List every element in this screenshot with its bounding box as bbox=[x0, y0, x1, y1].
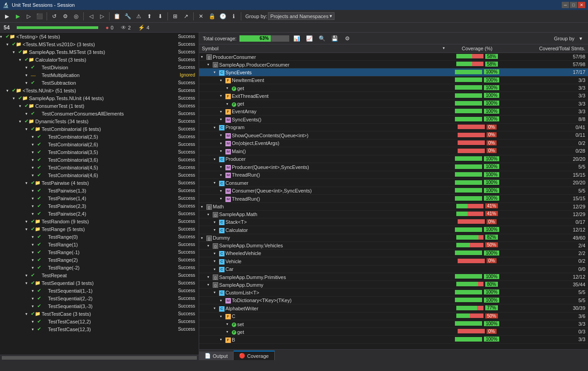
settings-button[interactable]: ⚙ bbox=[60, 11, 70, 21]
cov-expand-icon[interactable]: ▾ bbox=[220, 133, 225, 137]
coverage-row[interactable]: ▾ F EventArray 100% 3/3 bbox=[199, 107, 588, 116]
test-tree-row[interactable]: ▾✔TestCombinatorial(4,5)Success bbox=[0, 164, 199, 171]
lock-button[interactable]: 🔒 bbox=[207, 11, 217, 21]
cov-expand-icon[interactable]: ▾ bbox=[207, 244, 212, 248]
coverage-row[interactable]: ▾ {} Dummy 82% 49/60 bbox=[199, 234, 588, 241]
grid-button[interactable]: ⊞ bbox=[170, 11, 180, 21]
test-tree-row[interactable]: ▾✔TestSequential(2,-2)Success bbox=[0, 294, 199, 302]
h-scroll-thumb[interactable] bbox=[2, 356, 197, 360]
maximize-button[interactable]: □ bbox=[570, 2, 577, 8]
test-tree-row[interactable]: ▾✔TestPairwise(1,3)Success bbox=[0, 187, 199, 194]
expand-icon[interactable]: ▾ bbox=[32, 150, 37, 154]
cov-expand-icon[interactable]: ▾ bbox=[220, 337, 225, 342]
coverage-row[interactable]: ▾ {} SampleApp.ProducerConsumer 58% 57/9… bbox=[199, 61, 588, 68]
cov-expand-icon[interactable]: ▾ bbox=[220, 141, 225, 145]
cov-expand-icon[interactable]: ▾ bbox=[220, 94, 225, 98]
coverage-row[interactable]: ▾ C Program 0% 0/41 bbox=[199, 123, 588, 131]
run-all-button[interactable]: ▶ bbox=[2, 11, 12, 21]
test-tree-row[interactable]: ▾✔TestSequential(1,-1)Success bbox=[0, 287, 199, 294]
cov-expand-icon[interactable]: ▾ bbox=[207, 283, 212, 287]
expand-icon[interactable]: ▾ bbox=[32, 319, 37, 324]
cov-expand-icon[interactable]: ▾ bbox=[220, 299, 225, 303]
tool5[interactable]: ⬇ bbox=[155, 11, 165, 21]
cov-expand-icon[interactable]: ▾ bbox=[220, 189, 225, 193]
symbol-header[interactable]: Symbol ▾ bbox=[199, 44, 448, 53]
coverage-row[interactable]: ▾ M Consumer(Queue<int>,SyncEvents) 100%… bbox=[199, 187, 588, 195]
expand-icon[interactable]: ▾ bbox=[25, 219, 31, 224]
cov-expand-icon[interactable]: ▾ bbox=[220, 165, 225, 169]
cov-expand-icon[interactable]: ▾ bbox=[226, 102, 231, 106]
expand-icon[interactable]: ▾ bbox=[32, 173, 37, 178]
prev-fail-button[interactable]: ◁ bbox=[86, 11, 96, 21]
test-tree-row[interactable]: ▾✔TestPairwise(2,3)Success bbox=[0, 202, 199, 210]
test-tree-row[interactable]: ▾✔📁<Tests.MSTest.vs2010> (3 tests)Succes… bbox=[0, 40, 199, 48]
test-tree-row[interactable]: ▾✔TestRange(1)Success bbox=[0, 241, 199, 248]
minimize-button[interactable]: ─ bbox=[562, 2, 569, 8]
cov-expand-icon[interactable]: ▾ bbox=[220, 149, 225, 153]
output-tab[interactable]: 📄 Output bbox=[199, 352, 234, 360]
test-tree[interactable]: ▾✔📁<Testing> (54 tests)Success▾✔📁<Tests.… bbox=[0, 33, 199, 355]
expand-icon[interactable]: ▾ bbox=[32, 258, 37, 262]
coverage-row[interactable]: ▾ F C 50% 3/6 bbox=[199, 312, 588, 320]
coverage-row[interactable]: ▾ C Calculator 100% 12/12 bbox=[199, 226, 588, 234]
expand-icon[interactable]: ▾ bbox=[25, 181, 31, 185]
expand-icon[interactable]: ▾ bbox=[25, 312, 31, 316]
expand-icon[interactable]: ▾ bbox=[13, 96, 18, 101]
coverage-row[interactable]: ▾ {} ProducerConsumer 58% 57/98 bbox=[199, 53, 588, 61]
coverage-row[interactable]: ▾ {} SampleApp.Dummy.Primitives 100% 12/… bbox=[199, 273, 588, 281]
test-tree-row[interactable]: ▾✔📁<Testing> (54 tests)Success bbox=[0, 33, 199, 40]
expand-icon[interactable]: ▾ bbox=[32, 304, 37, 308]
expand-icon[interactable]: ▾ bbox=[32, 250, 37, 255]
stop2-button[interactable]: ✕ bbox=[196, 11, 206, 21]
cov-expand-icon[interactable]: ▾ bbox=[220, 314, 225, 318]
stop-button[interactable]: ⬛ bbox=[34, 11, 44, 21]
expand-icon[interactable]: ▾ bbox=[32, 327, 37, 332]
cov-expand-icon[interactable]: ▾ bbox=[214, 181, 218, 185]
test-tree-row[interactable]: ▾✔📁TestPairwise (4 tests)Success bbox=[0, 179, 199, 187]
cov-expand-icon[interactable]: ▾ bbox=[214, 220, 218, 224]
test-tree-row[interactable]: ▾✔TestRange(0)Success bbox=[0, 233, 199, 241]
test-tree-row[interactable]: ▾✔TestCombinatorial(2,5)Success bbox=[0, 133, 199, 140]
coverage-row[interactable]: ▾ {} SampleApp.Dummy.Vehicles 50% 2/4 bbox=[199, 241, 588, 249]
coverage-row[interactable]: ▾ C Consumer 100% 20/20 bbox=[199, 179, 588, 187]
test-tree-row[interactable]: ▾✔TestCombinatorial(2,6)Success bbox=[0, 140, 199, 148]
test-tree-row[interactable]: ▾—TestMultiplicationIgnored bbox=[0, 71, 199, 79]
test-tree-row[interactable]: ▾✔TestRange(-1)Success bbox=[0, 248, 199, 256]
expand-icon[interactable]: ▾ bbox=[25, 273, 31, 278]
test-tree-row[interactable]: ▾✔📁TestTestCase (3 tests)Success bbox=[0, 310, 199, 318]
coverage-row[interactable]: ▾ M Producer(Queue<int>,SyncEvents) 100%… bbox=[199, 163, 588, 171]
expand-icon[interactable]: ▾ bbox=[32, 196, 37, 201]
test-tree-row[interactable]: ▾✔TestCombinatorial(4,6)Success bbox=[0, 171, 199, 179]
cov-settings[interactable]: ⚙ bbox=[343, 34, 353, 43]
tool1[interactable]: 📋 bbox=[112, 11, 122, 21]
test-tree-row[interactable]: ▾✔TestPairwise(2,4)Success bbox=[0, 210, 199, 217]
coverage-button[interactable]: ◎ bbox=[71, 11, 81, 21]
coverage-row[interactable]: ▾ P get 100% 3/3 bbox=[199, 100, 588, 107]
expand-icon[interactable]: ▾ bbox=[32, 204, 37, 208]
test-tree-row[interactable]: ▾✔TestSequential(3,-3)Success bbox=[0, 302, 199, 310]
expand-icon[interactable]: ▾ bbox=[32, 135, 37, 139]
expand-icon[interactable]: ▾ bbox=[6, 42, 12, 47]
expand-icon[interactable]: ▾ bbox=[25, 127, 31, 131]
cov-export[interactable]: 💾 bbox=[330, 34, 340, 43]
test-tree-row[interactable]: ▾✔📁TestRange (5 tests)Success bbox=[0, 225, 199, 233]
group-by-dropdown[interactable]: Projects and Namespaces ▾ bbox=[268, 12, 334, 20]
cov-expand-icon[interactable]: ▾ bbox=[214, 306, 218, 310]
close-button[interactable]: ✕ bbox=[578, 2, 585, 8]
test-tree-row[interactable]: ▾✔📁TestRandom (9 tests)Success bbox=[0, 217, 199, 225]
cov-expand-icon[interactable]: ▾ bbox=[226, 322, 231, 326]
expand-icon[interactable]: ▾ bbox=[19, 119, 24, 124]
cov-expand-icon[interactable]: ▾ bbox=[220, 173, 225, 177]
expand-icon[interactable]: ▾ bbox=[25, 281, 31, 285]
expand-icon[interactable]: ▾ bbox=[0, 34, 5, 39]
cov-expand-icon[interactable]: ▾ bbox=[214, 251, 218, 255]
expand-icon[interactable]: ▾ bbox=[32, 265, 37, 270]
clock-button[interactable]: 🕐 bbox=[218, 11, 228, 21]
coverage-table-container[interactable]: Symbol ▾ Coverage (%) Covered/Total Stmt… bbox=[199, 44, 588, 349]
cov-expand-icon[interactable]: ▾ bbox=[214, 290, 218, 294]
cov-expand-icon[interactable]: ▾ bbox=[214, 228, 218, 232]
coverage-row[interactable]: ▾ M ToDictionary<TKey>(TKey) 100% 5/5 bbox=[199, 296, 588, 304]
expand-icon[interactable]: ▾ bbox=[25, 81, 31, 85]
expand-icon[interactable]: ▾ bbox=[25, 111, 31, 116]
expand-icon[interactable]: ▾ bbox=[25, 65, 31, 70]
